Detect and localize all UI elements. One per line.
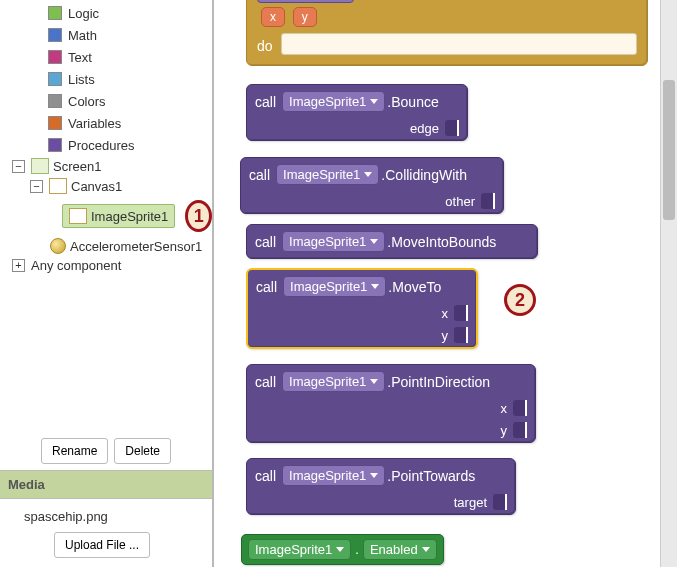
arg-label: other (445, 194, 475, 209)
keyword-call: call (255, 468, 276, 484)
blocks-workspace[interactable]: ImageSprite1 .Touched x y do call ImageS… (214, 0, 677, 567)
block-call-moveto[interactable]: call ImageSprite1 .MoveTo x y (246, 268, 478, 349)
method-label: .PointTowards (387, 468, 475, 484)
component-buttons: Rename Delete (0, 432, 212, 470)
swatch-icon (48, 94, 62, 108)
swatch-icon (48, 28, 62, 42)
scrollbar-thumb[interactable] (663, 80, 675, 220)
vertical-scrollbar[interactable] (660, 0, 677, 567)
chevron-down-icon (370, 239, 378, 244)
palette-label: Logic (68, 6, 99, 21)
tree-node-screen[interactable]: − Screen1 (0, 156, 212, 176)
block-get-enabled[interactable]: ImageSprite1 . Enabled (241, 534, 444, 565)
swatch-icon (48, 138, 62, 152)
screen-icon (31, 158, 49, 174)
palette-item-logic[interactable]: Logic (0, 2, 212, 24)
input-socket[interactable] (454, 305, 468, 321)
input-socket[interactable] (513, 422, 527, 438)
chevron-down-icon (364, 172, 372, 177)
dropdown-target[interactable]: ImageSprite1 (248, 539, 351, 560)
annotation-badge-2: 2 (504, 284, 536, 316)
input-socket[interactable] (454, 327, 468, 343)
palette-label: Colors (68, 94, 106, 109)
input-socket[interactable] (445, 120, 459, 136)
palette-item-colors[interactable]: Colors (0, 90, 212, 112)
sensor-icon (50, 238, 66, 254)
delete-button[interactable]: Delete (114, 438, 171, 464)
palette-label: Variables (68, 116, 121, 131)
method-label: .Bounce (387, 94, 438, 110)
block-call-bounce[interactable]: call ImageSprite1 .Bounce edge (246, 84, 468, 141)
input-socket[interactable] (513, 400, 527, 416)
canvas-icon (49, 178, 67, 194)
dropdown-target[interactable]: ImageSprite1 (257, 0, 354, 3)
palette-label: Math (68, 28, 97, 43)
method-label: .PointInDirection (387, 374, 490, 390)
sidebar: Logic Math Text Lists Colors Variables P… (0, 0, 214, 567)
arg-label: x (501, 401, 508, 416)
chevron-down-icon (422, 547, 430, 552)
sprite-label: ImageSprite1 (91, 209, 168, 224)
any-label: Any component (31, 258, 121, 273)
block-when-touched[interactable]: ImageSprite1 .Touched x y do (246, 0, 648, 66)
sensor-label: AccelerometerSensor1 (70, 239, 202, 254)
collapse-icon[interactable]: − (30, 180, 43, 193)
dropdown-target[interactable]: ImageSprite1 (283, 276, 386, 297)
input-socket[interactable] (493, 494, 507, 510)
method-label: .MoveIntoBounds (387, 234, 496, 250)
swatch-icon (48, 50, 62, 64)
palette-item-math[interactable]: Math (0, 24, 212, 46)
dropdown-target[interactable]: ImageSprite1 (282, 465, 385, 486)
sprite-icon (69, 208, 87, 224)
keyword-call: call (256, 279, 277, 295)
event-suffix: .Touched (358, 0, 415, 1)
keyword-call: call (255, 94, 276, 110)
arg-label: edge (410, 121, 439, 136)
tree-node-any[interactable]: + Any component (0, 256, 212, 275)
palette-item-lists[interactable]: Lists (0, 68, 212, 90)
dropdown-target[interactable]: ImageSprite1 (282, 91, 385, 112)
do-body-slot[interactable] (281, 33, 637, 55)
palette-label: Lists (68, 72, 95, 87)
rename-button[interactable]: Rename (41, 438, 108, 464)
param-x[interactable]: x (261, 7, 285, 27)
param-y[interactable]: y (293, 7, 317, 27)
arg-label: y (501, 423, 508, 438)
block-call-pointtowards[interactable]: call ImageSprite1 .PointTowards target (246, 458, 516, 515)
upload-file-button[interactable]: Upload File ... (54, 532, 150, 558)
collapse-icon[interactable]: − (12, 160, 25, 173)
arg-label: x (442, 306, 449, 321)
palette-item-text[interactable]: Text (0, 46, 212, 68)
tree-node-imagesprite[interactable]: ImageSprite1 (62, 204, 175, 228)
tree-node-canvas[interactable]: − Canvas1 (0, 176, 212, 196)
palette-item-procedures[interactable]: Procedures (0, 134, 212, 156)
annotation-badge-1: 1 (185, 200, 212, 232)
chevron-down-icon (370, 99, 378, 104)
swatch-icon (48, 6, 62, 20)
keyword-call: call (255, 234, 276, 250)
expand-icon[interactable]: + (12, 259, 25, 272)
chevron-down-icon (336, 547, 344, 552)
dot: . (355, 542, 359, 557)
canvas-label: Canvas1 (71, 179, 122, 194)
block-call-collidingwith[interactable]: call ImageSprite1 .CollidingWith other (240, 157, 504, 214)
input-socket[interactable] (481, 193, 495, 209)
tree-node-sensor[interactable]: AccelerometerSensor1 (0, 236, 212, 256)
block-call-pointindirection[interactable]: call ImageSprite1 .PointInDirection x y (246, 364, 536, 443)
dropdown-target[interactable]: ImageSprite1 (282, 371, 385, 392)
swatch-icon (48, 116, 62, 130)
palette-label: Text (68, 50, 92, 65)
chevron-down-icon (370, 473, 378, 478)
media-header: Media (0, 470, 212, 499)
arg-label: target (454, 495, 487, 510)
swatch-icon (48, 72, 62, 86)
keyword-call: call (249, 167, 270, 183)
dropdown-property[interactable]: Enabled (363, 539, 437, 560)
method-label: .MoveTo (388, 279, 441, 295)
dropdown-target[interactable]: ImageSprite1 (282, 231, 385, 252)
palette-item-variables[interactable]: Variables (0, 112, 212, 134)
dropdown-target[interactable]: ImageSprite1 (276, 164, 379, 185)
media-file[interactable]: spascehip.png (24, 509, 196, 532)
block-call-moveintobounds[interactable]: call ImageSprite1 .MoveIntoBounds (246, 224, 538, 259)
palette-label: Procedures (68, 138, 134, 153)
